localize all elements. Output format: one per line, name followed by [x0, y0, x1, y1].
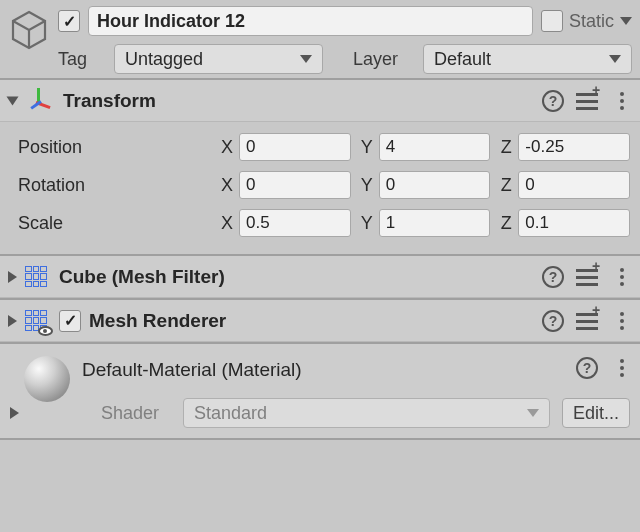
presets-icon[interactable]: +	[576, 91, 598, 110]
transform-header[interactable]: Transform ? +	[0, 78, 640, 122]
rotation-label: Rotation	[18, 175, 213, 196]
static-dropdown-icon[interactable]	[620, 17, 632, 25]
help-icon[interactable]: ?	[576, 357, 598, 379]
context-menu-icon[interactable]	[614, 268, 630, 286]
scale-x-field[interactable]: 0.5	[239, 209, 351, 237]
mesh-filter-title: Cube (Mesh Filter)	[59, 266, 534, 288]
position-z-field[interactable]: -0.25	[518, 133, 630, 161]
axis-z-label: Z	[498, 137, 514, 158]
scale-label: Scale	[18, 213, 213, 234]
material-title: Default-Material (Material)	[82, 355, 564, 381]
context-menu-icon[interactable]	[614, 312, 630, 330]
shader-value: Standard	[194, 403, 267, 424]
rotation-z-field[interactable]: 0	[518, 171, 630, 199]
position-y-field[interactable]: 4	[379, 133, 491, 161]
position-x-field[interactable]: 0	[239, 133, 351, 161]
transform-title: Transform	[63, 90, 534, 112]
shader-dropdown[interactable]: Standard	[183, 398, 550, 428]
foldout-icon[interactable]	[10, 407, 19, 419]
tag-dropdown[interactable]: Untagged	[114, 44, 323, 74]
static-checkbox[interactable]	[541, 10, 563, 32]
chevron-down-icon	[609, 55, 621, 63]
shader-label: Shader	[31, 403, 171, 424]
mesh-filter-icon	[25, 266, 47, 288]
chevron-down-icon	[300, 55, 312, 63]
scale-y-field[interactable]: 1	[379, 209, 491, 237]
tag-value: Untagged	[125, 49, 203, 70]
context-menu-icon[interactable]	[614, 92, 630, 110]
transform-icon	[25, 88, 51, 114]
presets-icon[interactable]: +	[576, 267, 598, 286]
material-preview-icon[interactable]	[24, 356, 70, 402]
mesh-renderer-icon	[25, 310, 47, 332]
layer-value: Default	[434, 49, 491, 70]
scale-z-field[interactable]: 0.1	[518, 209, 630, 237]
rotation-x-field[interactable]: 0	[239, 171, 351, 199]
help-icon[interactable]: ?	[542, 310, 564, 332]
name-field[interactable]: Hour Indicator 12	[88, 6, 533, 36]
foldout-icon	[8, 271, 17, 283]
layer-label: Layer	[353, 49, 415, 70]
edit-button[interactable]: Edit...	[562, 398, 630, 428]
axis-x-label: X	[219, 137, 235, 158]
active-checkbox[interactable]	[58, 10, 80, 32]
layer-dropdown[interactable]: Default	[423, 44, 632, 74]
context-menu-icon[interactable]	[614, 359, 630, 377]
rotation-y-field[interactable]: 0	[379, 171, 491, 199]
inspector-panel: Hour Indicator 12 Static Tag Untagged La…	[0, 0, 640, 442]
mesh-renderer-title: Mesh Renderer	[89, 310, 534, 332]
material-section: Default-Material (Material) ? Shader Sta…	[0, 342, 640, 438]
gameobject-header: Hour Indicator 12 Static Tag Untagged La…	[0, 0, 640, 78]
tag-label: Tag	[58, 49, 106, 70]
help-icon[interactable]: ?	[542, 90, 564, 112]
help-icon[interactable]: ?	[542, 266, 564, 288]
mesh-renderer-header[interactable]: Mesh Renderer ? +	[0, 298, 640, 342]
axis-y-label: Y	[359, 137, 375, 158]
presets-icon[interactable]: +	[576, 311, 598, 330]
gameobject-icon	[8, 8, 50, 52]
static-label: Static	[569, 11, 614, 32]
mesh-filter-header[interactable]: Cube (Mesh Filter) ? +	[0, 254, 640, 298]
position-label: Position	[18, 137, 213, 158]
transform-body: Position X0 Y4 Z-0.25 Rotation X0 Y0 Z0 …	[0, 122, 640, 254]
foldout-icon	[8, 315, 17, 327]
foldout-icon	[7, 96, 19, 105]
chevron-down-icon	[527, 409, 539, 417]
mesh-renderer-enabled-checkbox[interactable]	[59, 310, 81, 332]
